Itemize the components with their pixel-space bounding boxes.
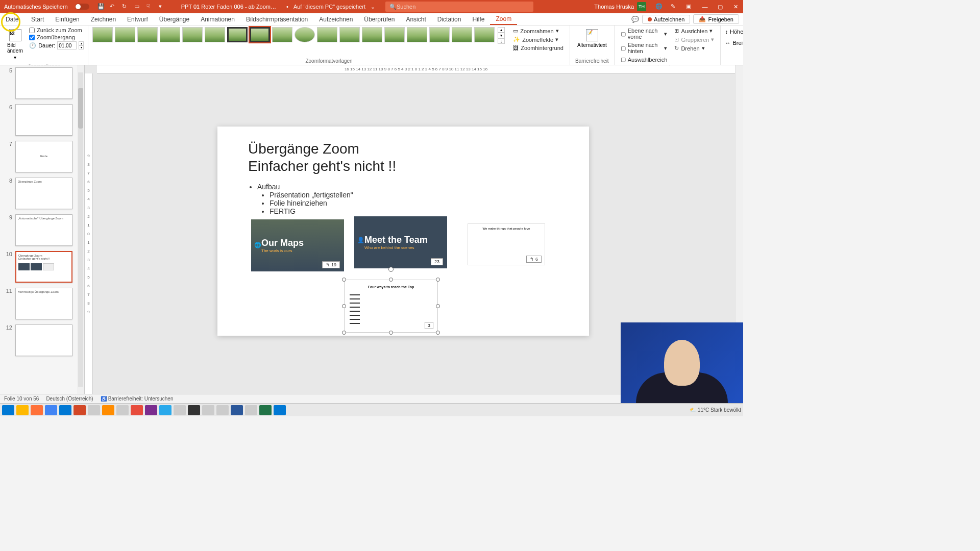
alternativtext-button[interactable]: 📝 Alternativtext (574, 27, 610, 50)
tab-dictation[interactable]: Dictation (432, 13, 467, 25)
slide-thumb-8[interactable]: Übergänge Zoom (15, 178, 72, 209)
zoom-tile-maps[interactable]: 🌐 Our Maps The worls is ours ↰ 19 (251, 219, 344, 271)
tab-animationen[interactable]: Animationen (195, 13, 240, 25)
app-icon[interactable] (88, 405, 100, 415)
tab-uebergaenge[interactable]: Übergänge (154, 13, 195, 25)
tab-ueberpruefen[interactable]: Überprüfen (358, 13, 400, 25)
resize-handle[interactable] (342, 278, 346, 282)
style-thumb[interactable] (295, 27, 315, 42)
slide-thumb-12[interactable] (15, 324, 72, 356)
tab-entwurf[interactable]: Entwurf (121, 13, 154, 25)
style-thumb[interactable] (474, 27, 495, 42)
tab-ansicht[interactable]: Ansicht (400, 13, 431, 25)
dauer-input[interactable] (57, 41, 77, 49)
style-thumb[interactable] (339, 27, 360, 42)
style-thumb[interactable] (407, 27, 427, 42)
save-icon[interactable]: 💾 (97, 3, 105, 10)
ausrichten-button[interactable]: ⊞ Ausrichten ▾ (672, 27, 716, 35)
ribbon-display-icon[interactable]: ▣ (686, 3, 693, 10)
style-thumb[interactable] (92, 27, 113, 42)
ink-icon[interactable]: ✎ (671, 3, 678, 10)
resize-handle[interactable] (436, 304, 440, 308)
style-thumb[interactable] (160, 27, 180, 42)
maximize-button[interactable]: ▢ (713, 4, 728, 10)
slide-thumb-9[interactable]: „Automatische" Übergänge Zoom (15, 214, 72, 246)
telegram-icon[interactable] (159, 405, 172, 415)
zurueck-zoom-checkbox[interactable]: Zurück zum Zoom (29, 27, 84, 33)
style-thumb[interactable] (429, 27, 450, 42)
touch-icon[interactable]: ☟ (146, 3, 154, 10)
start-button[interactable] (2, 405, 14, 415)
bild-aendern-button[interactable]: 🖼 Bild ändern▾ (4, 27, 26, 62)
slide-thumb-10-selected[interactable]: Übergänge ZoomEinfacher geht's nicht !! (15, 251, 72, 283)
explorer-icon[interactable] (16, 405, 29, 415)
tab-zoom[interactable]: Zoom (490, 13, 517, 25)
app-icon[interactable] (202, 405, 214, 415)
vlc-icon[interactable] (102, 405, 114, 415)
style-thumb[interactable] (227, 27, 248, 42)
redo-icon[interactable]: ↻ (122, 3, 129, 10)
slide-canvas[interactable]: Übergänge Zoom Einfacher geht's nicht !!… (217, 127, 589, 336)
app-icon[interactable] (245, 405, 257, 415)
resize-handle[interactable] (342, 331, 346, 335)
edge-icon[interactable] (274, 405, 286, 415)
resize-handle[interactable] (389, 331, 393, 335)
style-thumb[interactable] (452, 27, 472, 42)
slide-counter[interactable]: Folie 10 von 56 (4, 396, 39, 402)
zoomuebergang-checkbox[interactable]: Zoomübergang (29, 34, 84, 40)
thumb-scrollbar[interactable] (77, 65, 84, 394)
weather-widget[interactable]: ⛅11°C Stark bewölkt (690, 407, 741, 413)
dauer-spinner[interactable]: ▴▾ (79, 41, 84, 49)
resize-handle[interactable] (389, 278, 393, 282)
tab-bildschirm[interactable]: Bildschirmpräsentation (240, 13, 313, 25)
style-thumb[interactable] (115, 27, 135, 42)
ebene-hinten-button[interactable]: ▢ Ebene nach hinten ▾ (619, 41, 670, 55)
gallery-scroll[interactable]: ▴▾⋮ (498, 27, 505, 44)
style-thumb[interactable] (182, 27, 203, 42)
resize-handle[interactable] (342, 304, 346, 308)
slide-thumb-7[interactable]: Ende (15, 141, 72, 172)
chrome-icon[interactable] (45, 405, 57, 415)
slide-thumb-5[interactable] (15, 67, 72, 99)
obs-icon[interactable] (188, 405, 200, 415)
autosave-toggle[interactable] (75, 4, 89, 10)
comments-icon[interactable]: 💬 (631, 16, 639, 23)
style-thumb[interactable] (317, 27, 337, 42)
close-button[interactable]: ✕ (728, 4, 743, 10)
ebene-vorne-button[interactable]: ▢ Ebene nach vorne ▾ (619, 27, 670, 40)
app-icon[interactable] (116, 405, 129, 415)
zoom-tile-team[interactable]: 👤 Meet the Team Who are behind the scene… (354, 216, 447, 268)
resize-handle[interactable] (436, 278, 440, 282)
firefox-icon[interactable] (31, 405, 43, 415)
style-thumb[interactable] (205, 27, 225, 42)
slide-thumb-6[interactable] (15, 104, 72, 136)
tab-hilfe[interactable]: Hilfe (467, 13, 490, 25)
saved-dropdown-icon[interactable]: ⌄ (371, 4, 375, 10)
globe-icon[interactable]: 🌐 (655, 3, 663, 10)
rotation-handle[interactable] (388, 267, 394, 272)
auswahlbereich-button[interactable]: ▢ Auswahlbereich (619, 56, 670, 63)
drehen-button[interactable]: ↻ Drehen ▾ (672, 44, 716, 52)
style-thumb[interactable] (384, 27, 405, 42)
word-icon[interactable] (231, 405, 243, 415)
tab-einfuegen[interactable]: Einfügen (50, 13, 85, 25)
app-icon[interactable] (216, 405, 229, 415)
language-status[interactable]: Deutsch (Österreich) (46, 396, 93, 402)
zoom-styles-gallery[interactable] (92, 27, 495, 42)
slide-thumb-11[interactable]: Mehrstufige Übergänge Zoom (15, 288, 72, 319)
zoomeffekte-button[interactable]: ✨Zoomeffekte ▾ (511, 36, 566, 43)
search-box[interactable]: 🔍 (385, 2, 533, 12)
tab-zeichnen[interactable]: Zeichnen (85, 13, 121, 25)
minimize-button[interactable]: — (697, 4, 713, 10)
powerpoint-icon[interactable] (74, 405, 86, 415)
undo-icon[interactable]: ↶ (110, 3, 117, 10)
thumbnail-pane[interactable]: 5 6 7Ende 8Übergänge Zoom 9„Automatische… (0, 65, 85, 394)
selected-zoom-object[interactable]: Four ways to reach the Top 3 (344, 280, 438, 333)
style-thumb-selected[interactable] (250, 27, 270, 42)
style-thumb[interactable] (137, 27, 158, 42)
zoomrahmen-button[interactable]: ▭Zoomrahmen ▾ (511, 27, 566, 35)
onenote-icon[interactable] (145, 405, 157, 415)
qat-more-icon[interactable]: ▾ (159, 3, 166, 10)
excel-icon[interactable] (259, 405, 272, 415)
user-account[interactable]: Thomas Hruska TH (589, 2, 651, 11)
